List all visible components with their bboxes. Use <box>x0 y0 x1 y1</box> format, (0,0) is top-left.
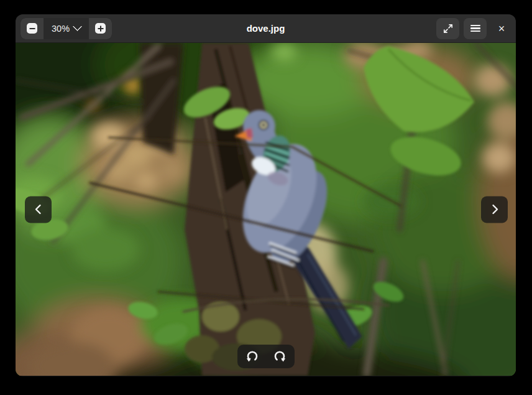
headerbar-right: × <box>436 18 512 39</box>
close-icon: × <box>498 23 505 34</box>
hamburger-menu-icon <box>470 25 480 32</box>
zoom-in-icon <box>95 23 106 34</box>
headerbar[interactable]: 30% dove.jpg × <box>16 14 516 43</box>
close-button[interactable]: × <box>491 18 512 39</box>
rotate-counterclockwise-icon <box>245 350 260 363</box>
next-image-button[interactable] <box>481 196 508 223</box>
zoom-out-icon <box>27 23 37 34</box>
previous-image-button[interactable] <box>25 196 52 223</box>
rotate-toolbar <box>237 345 295 368</box>
menu-button[interactable] <box>464 18 487 39</box>
zoom-out-button[interactable] <box>21 18 44 39</box>
photo-canvas <box>16 43 516 376</box>
chevron-down-icon <box>73 22 83 32</box>
fullscreen-button[interactable] <box>436 18 459 39</box>
rotate-right-button[interactable] <box>266 345 293 368</box>
chevron-left-icon <box>32 203 45 216</box>
zoom-level-dropdown[interactable]: 30% <box>44 18 89 39</box>
image-view-area <box>16 43 516 376</box>
chevron-right-icon <box>488 203 502 216</box>
rotate-clockwise-icon <box>272 350 287 363</box>
zoom-in-button[interactable] <box>89 18 112 39</box>
image-viewer-window: 30% dove.jpg × <box>16 14 516 376</box>
zoom-level-value: 30% <box>52 24 70 34</box>
rotate-left-button[interactable] <box>239 345 266 368</box>
fullscreen-icon <box>442 22 454 35</box>
zoom-controls: 30% <box>21 18 112 39</box>
